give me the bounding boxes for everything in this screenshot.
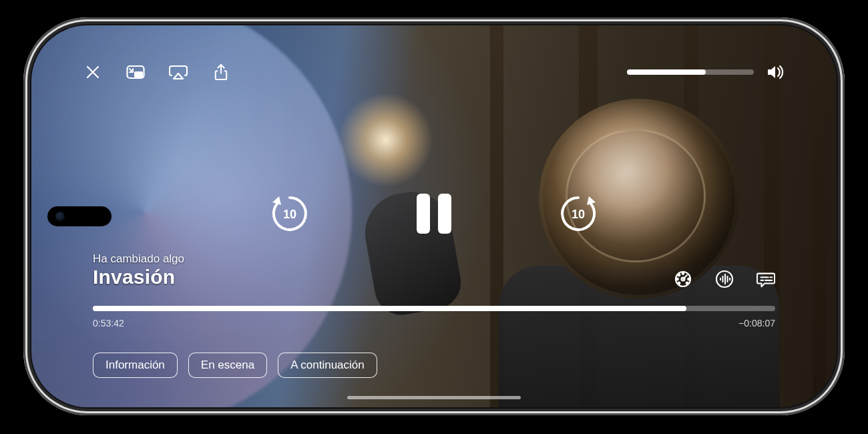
skip-seconds-label: 10 — [572, 208, 585, 221]
volume-control — [627, 63, 785, 81]
volume-fill — [627, 69, 706, 75]
svg-rect-20 — [724, 274, 726, 284]
elapsed-time: 0:53:42 — [93, 318, 124, 329]
video-player-screen: 10 10 Ha cambiado algo Invasión — [31, 25, 837, 407]
svg-rect-21 — [727, 276, 728, 282]
svg-rect-18 — [720, 278, 721, 280]
volume-slider[interactable] — [627, 69, 754, 75]
playback-speed-icon[interactable] — [674, 270, 692, 288]
svg-point-11 — [682, 272, 684, 274]
svg-rect-3 — [134, 71, 143, 77]
svg-point-13 — [676, 278, 678, 280]
svg-point-12 — [688, 278, 690, 280]
svg-point-15 — [678, 282, 680, 284]
airplay-icon[interactable] — [169, 63, 188, 81]
info-tabs: Información En escena A continuación — [93, 353, 377, 378]
skip-back-10-button[interactable]: 10 — [270, 194, 310, 234]
tab-up-next[interactable]: A continuación — [278, 353, 377, 378]
svg-rect-22 — [729, 278, 730, 280]
playback-controls: 10 10 — [31, 194, 837, 234]
progress-fill — [93, 306, 686, 311]
skip-forward-10-button[interactable]: 10 — [558, 194, 598, 234]
iphone-frame: 10 10 Ha cambiado algo Invasión — [23, 17, 845, 415]
remaining-time: −0:08:07 — [738, 318, 775, 329]
pause-button[interactable] — [417, 194, 451, 234]
picture-in-picture-icon[interactable] — [126, 63, 145, 81]
volume-icon[interactable] — [766, 63, 785, 81]
enhance-dialogue-icon[interactable] — [715, 270, 734, 288]
tab-info[interactable]: Información — [93, 353, 178, 378]
subtitles-icon[interactable] — [756, 270, 775, 288]
home-indicator[interactable] — [347, 396, 521, 399]
close-icon[interactable] — [83, 63, 102, 81]
svg-marker-4 — [174, 73, 183, 79]
svg-point-16 — [686, 282, 688, 284]
skip-seconds-label: 10 — [283, 208, 296, 221]
tab-in-scene[interactable]: En escena — [188, 353, 267, 378]
metadata-row: Ha cambiado algo Invasión — [93, 252, 775, 288]
progress-scrubber: 0:53:42 −0:08:07 — [93, 306, 775, 329]
progress-track[interactable] — [93, 306, 775, 311]
episode-title: Ha cambiado algo — [93, 252, 184, 266]
svg-rect-19 — [722, 276, 724, 282]
share-icon[interactable] — [212, 63, 230, 81]
player-top-bar — [83, 63, 785, 81]
svg-point-14 — [678, 274, 680, 276]
series-title: Invasión — [93, 266, 184, 288]
